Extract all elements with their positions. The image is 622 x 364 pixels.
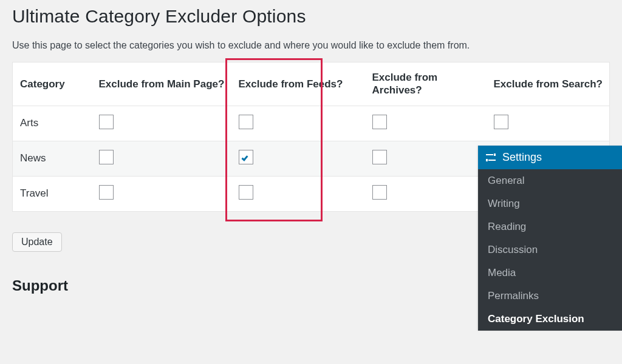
- cell-main: [92, 106, 231, 141]
- page-title: Ultimate Category Excluder Options: [12, 6, 610, 27]
- category-name: News: [13, 141, 92, 176]
- settings-item[interactable]: Discussion: [478, 238, 622, 261]
- category-name: Arts: [13, 106, 92, 141]
- cell-search: [487, 106, 610, 141]
- cell-main: [92, 176, 231, 211]
- settings-sliders-icon: [485, 152, 496, 163]
- checkbox-main[interactable]: [99, 115, 114, 129]
- category-name: Travel: [13, 176, 92, 211]
- settings-header-label: Settings: [502, 151, 542, 164]
- checkbox-archives[interactable]: [372, 150, 387, 164]
- checkbox-feeds[interactable]: [239, 115, 253, 129]
- svg-rect-0: [486, 154, 493, 155]
- cell-feeds: [231, 141, 365, 176]
- cell-feeds: [231, 176, 365, 211]
- update-button[interactable]: Update: [12, 232, 62, 252]
- svg-rect-2: [488, 160, 496, 161]
- cell-archives: [365, 106, 487, 141]
- checkbox-search[interactable]: [494, 115, 508, 129]
- settings-item[interactable]: Category Exclusion: [478, 308, 622, 331]
- settings-panel: Settings GeneralWritingReadingDiscussion…: [478, 146, 622, 331]
- settings-item[interactable]: General: [478, 169, 622, 192]
- th-category: Category: [13, 62, 92, 106]
- settings-list: GeneralWritingReadingDiscussionMediaPerm…: [478, 169, 622, 331]
- settings-item[interactable]: Permalinks: [478, 285, 622, 308]
- svg-rect-1: [494, 153, 496, 156]
- th-archives: Exclude from Archives?: [365, 62, 487, 106]
- intro-text: Use this page to select the categories y…: [12, 40, 610, 51]
- th-search: Exclude from Search?: [487, 62, 610, 106]
- cell-archives: [365, 141, 487, 176]
- cell-feeds: [231, 106, 365, 141]
- checkbox-feeds[interactable]: [239, 150, 253, 164]
- table-row: Arts: [13, 106, 610, 141]
- th-main: Exclude from Main Page?: [92, 62, 231, 106]
- checkbox-main[interactable]: [99, 150, 114, 164]
- settings-item[interactable]: Writing: [478, 192, 622, 215]
- checkbox-feeds[interactable]: [239, 185, 253, 200]
- th-feeds: Exclude from Feeds?: [231, 62, 365, 106]
- cell-archives: [365, 176, 487, 211]
- settings-item[interactable]: Media: [478, 261, 622, 285]
- settings-item[interactable]: Reading: [478, 215, 622, 238]
- checkbox-main[interactable]: [99, 185, 114, 200]
- checkbox-archives[interactable]: [372, 115, 387, 129]
- checkbox-archives[interactable]: [372, 185, 387, 200]
- svg-rect-3: [486, 159, 488, 161]
- cell-main: [92, 141, 231, 176]
- settings-header[interactable]: Settings: [478, 146, 622, 169]
